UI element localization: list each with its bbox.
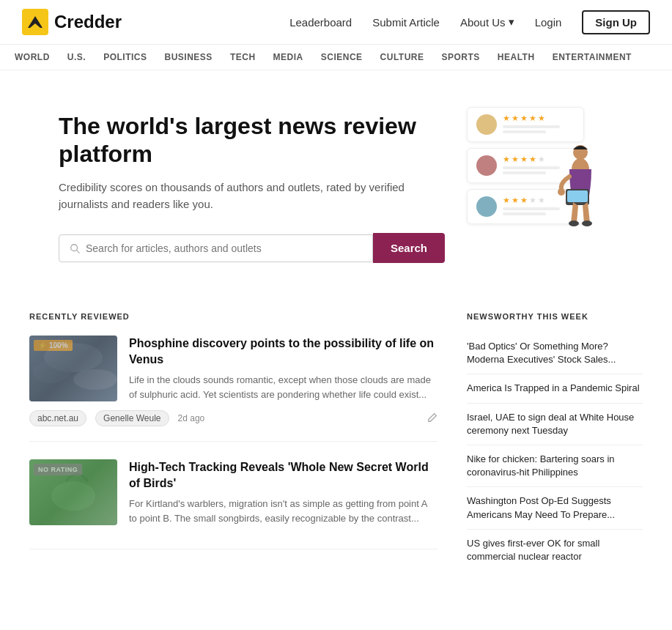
hero-subtitle: Credibility scores on thousands of autho… (59, 179, 410, 212)
cat-culture[interactable]: CULTURE (380, 52, 424, 62)
news-item-5[interactable]: Washington Post Op-Ed Suggests Americans… (467, 487, 643, 529)
article-title-2: High-Tech Tracking Reveals 'Whole New Se… (129, 459, 437, 491)
nav-login[interactable]: Login (535, 16, 562, 29)
cat-entertainment[interactable]: ENTERTAINMENT (553, 52, 632, 62)
article-excerpt-1: Life in the clouds sounds romantic, exce… (129, 373, 437, 401)
article-source-1[interactable]: abc.net.au (29, 410, 86, 426)
article-info-2: High-Tech Tracking Reveals 'Whole New Se… (129, 459, 437, 525)
article-card: ⚡ 100% Phosphine discovery points to the… (29, 336, 437, 442)
search-input-wrap (59, 234, 373, 262)
cat-sports[interactable]: SPORTS (442, 52, 480, 62)
cat-us[interactable]: U.S. (67, 52, 86, 62)
nav-submit-article[interactable]: Submit Article (372, 16, 440, 29)
illus-person (540, 136, 606, 231)
illus-avatar-3 (476, 196, 497, 217)
main-content: RECENTLY REVIEWED ⚡ 100% (0, 297, 672, 585)
search-bar: Search (59, 233, 445, 263)
chevron-down-icon: ▾ (509, 15, 514, 29)
article-top-1: ⚡ 100% Phosphine discovery points to the… (29, 336, 437, 401)
article-title-1: Phosphine discovery points to the possib… (129, 336, 437, 367)
sidebar: NEWSWORTHY THIS WEEK 'Bad Optics' Or Som… (467, 312, 643, 571)
nav-about-us[interactable]: About Us ▾ (460, 15, 514, 29)
logo[interactable]: Credder (22, 9, 122, 35)
cat-tech[interactable]: TECH (230, 52, 256, 62)
recently-reviewed-label: RECENTLY REVIEWED (29, 312, 437, 321)
svg-point-14 (33, 361, 70, 383)
cat-politics[interactable]: POLITICS (103, 52, 147, 62)
news-item-3[interactable]: Israel, UAE to sign deal at White House … (467, 404, 643, 445)
articles-section: RECENTLY REVIEWED ⚡ 100% (29, 312, 437, 571)
news-item-2[interactable]: America Is Trapped in a Pandemic Spiral (467, 374, 643, 403)
hero-text: The world's largest news review platform… (59, 112, 445, 264)
search-icon (70, 243, 80, 253)
svg-line-4 (77, 251, 80, 253)
search-input[interactable] (86, 242, 362, 254)
article-card-2: NO RATING High-Tech Tracking Reveals 'Wh… (29, 459, 437, 549)
thumb-texture-2 (29, 459, 117, 525)
article-thumb-birds: NO RATING (29, 459, 117, 525)
nav-leaderboard[interactable]: Leaderboard (289, 16, 352, 29)
illus-avatar-2 (476, 155, 497, 176)
article-thumb-venus: ⚡ 100% (29, 336, 117, 401)
svg-point-10 (582, 220, 592, 226)
cat-world[interactable]: WORLD (15, 52, 50, 62)
svg-point-9 (569, 220, 579, 226)
hero-section: The world's largest news review platform… (0, 70, 672, 297)
nav-signup[interactable]: Sign Up (582, 10, 650, 34)
logo-text: Credder (54, 12, 122, 32)
article-top-2: NO RATING High-Tech Tracking Reveals 'Wh… (29, 459, 437, 525)
illus-avatar-1 (476, 114, 497, 135)
article-author-1[interactable]: Genelle Weule (95, 410, 169, 426)
hero-illustration: ★ ★ ★ ★ ★ ★ ★ ★ (467, 107, 613, 268)
svg-rect-8 (567, 190, 588, 202)
cat-business[interactable]: BUSINESS (165, 52, 213, 62)
category-nav: WORLD U.S. POLITICS BUSINESS TECH MEDIA … (0, 45, 672, 70)
header: Credder Leaderboard Submit Article About… (0, 0, 672, 45)
news-item-1[interactable]: 'Bad Optics' Or Something More? Moderna … (467, 333, 643, 374)
news-item-4[interactable]: Nike for chicken: Bartering soars in cor… (467, 445, 643, 487)
svg-point-11 (558, 188, 565, 196)
logo-icon (22, 9, 48, 35)
search-button[interactable]: Search (373, 233, 445, 263)
cat-media[interactable]: MEDIA (273, 52, 303, 62)
thumb-texture (29, 336, 117, 401)
cat-science[interactable]: SCIENCE (321, 52, 363, 62)
article-excerpt-2: For Kirtland's warblers, migration isn't… (129, 497, 437, 525)
edit-icon-1[interactable] (427, 412, 437, 425)
sidebar-title: NEWSWORTHY THIS WEEK (467, 312, 643, 321)
main-nav: Leaderboard Submit Article About Us ▾ Lo… (289, 10, 650, 34)
article-time-1: 2d ago (178, 413, 205, 423)
article-meta-1: abc.net.au Genelle Weule 2d ago (29, 410, 437, 426)
hero-title: The world's largest news review platform (59, 112, 445, 168)
stars-1: ★ ★ ★ ★ ★ (503, 114, 575, 123)
cat-health[interactable]: HEALTH (498, 52, 535, 62)
svg-point-17 (51, 481, 95, 511)
article-info-1: Phosphine discovery points to the possib… (129, 336, 437, 401)
svg-point-15 (73, 369, 117, 390)
news-item-6[interactable]: US gives first-ever OK for small commerc… (467, 530, 643, 571)
